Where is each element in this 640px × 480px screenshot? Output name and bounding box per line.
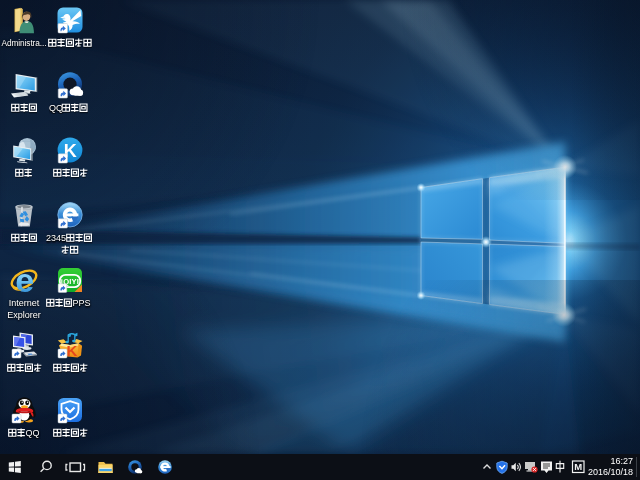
svg-text:K: K — [66, 342, 77, 359]
svg-text:QQ: QQ — [49, 103, 63, 113]
svg-text:QQ: QQ — [25, 428, 39, 438]
svg-text:PPS: PPS — [72, 298, 90, 308]
svg-text:2345: 2345 — [46, 233, 66, 243]
svg-text:M: M — [574, 461, 582, 472]
